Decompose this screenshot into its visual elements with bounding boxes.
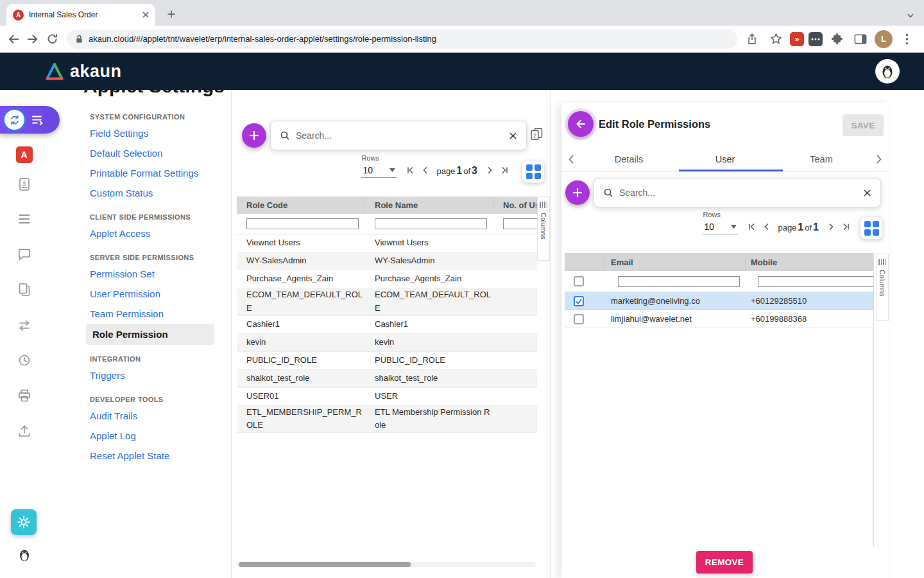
- grid-view-button[interactable]: [860, 216, 883, 240]
- select-all-checkbox[interactable]: [574, 276, 584, 286]
- profile-avatar[interactable]: L: [875, 30, 893, 48]
- rail-docs-icon[interactable]: [17, 282, 32, 300]
- prev-page-icon[interactable]: [418, 164, 432, 177]
- table-row[interactable]: Cashier1Cashier1: [237, 316, 537, 334]
- rail-transfer-icon[interactable]: [17, 318, 32, 336]
- nav-item-default-selection[interactable]: Default Selection: [90, 143, 221, 163]
- user-avatar[interactable]: [875, 59, 900, 83]
- nav-item-triggers[interactable]: Triggers: [90, 365, 221, 385]
- nav-item-applet-access[interactable]: Applet Access: [90, 223, 221, 243]
- tabs-chevron-right-icon[interactable]: [869, 154, 889, 164]
- rail-upload-icon[interactable]: [17, 423, 32, 441]
- filter-role-code-input[interactable]: [246, 218, 359, 229]
- rail-chat-icon[interactable]: [17, 247, 32, 265]
- nav-item-applet-log[interactable]: Applet Log: [90, 426, 221, 446]
- nav-item-user-permission[interactable]: User Permission: [90, 284, 221, 304]
- horizontal-scrollbar[interactable]: [237, 562, 536, 567]
- scrollbar-thumb[interactable]: [239, 562, 411, 567]
- filter-email-input[interactable]: [618, 276, 740, 287]
- user-row[interactable]: limjiahui@wavelet.net +60199888368: [565, 310, 874, 328]
- nav-item-reset-applet-state[interactable]: Reset Applet State: [90, 446, 221, 466]
- column-header-role-name[interactable]: Role Name: [365, 197, 493, 214]
- rail-invoice-icon[interactable]: $: [17, 177, 32, 195]
- rail-penguin-icon[interactable]: [17, 547, 32, 565]
- share-icon[interactable]: [742, 30, 762, 49]
- save-button[interactable]: SAVE: [843, 114, 884, 136]
- address-bar[interactable]: akaun.cloud/#/applet/tnt/wavelet/erp/int…: [67, 30, 737, 49]
- nav-item-field-settings[interactable]: Field Settings: [90, 123, 221, 143]
- table-row[interactable]: PUBLIC_ID_ROLEPUBLIC_ID_ROLE: [237, 352, 537, 370]
- next-page-icon[interactable]: [824, 220, 838, 233]
- filter-no-of-users-input[interactable]: [503, 218, 537, 229]
- reload-icon[interactable]: [42, 30, 62, 49]
- next-page-icon[interactable]: [483, 164, 497, 177]
- remove-button[interactable]: REMOVE: [696, 551, 753, 574]
- role-search-box[interactable]: [270, 121, 527, 150]
- table-row[interactable]: Purchase_Agents_ZainPurchase_Agents_Zain: [237, 270, 537, 288]
- tab-details[interactable]: Details: [581, 154, 677, 164]
- last-page-icon[interactable]: [497, 164, 511, 177]
- row-checkbox-checked[interactable]: [574, 296, 584, 306]
- rail-list-icon[interactable]: [17, 211, 32, 229]
- nav-item-printable-format[interactable]: Printable Format Settings: [90, 163, 221, 183]
- nav-item-custom-status[interactable]: Custom Status: [90, 183, 221, 203]
- new-tab-button[interactable]: [163, 6, 180, 22]
- table-row[interactable]: USER01USER: [237, 388, 537, 406]
- table-row[interactable]: kevinkevin: [237, 334, 537, 352]
- rows-per-page-select[interactable]: 10: [361, 164, 397, 178]
- forward-icon[interactable]: [23, 30, 42, 49]
- table-row[interactable]: ETL_MEMBERSHIP_PERM_ROLEETL Membership P…: [237, 406, 537, 434]
- applet-switcher-pill[interactable]: [0, 106, 60, 134]
- back-button[interactable]: [568, 111, 594, 137]
- table-row[interactable]: ECOM_TEAM_DEFAULT_ROLEECOM_TEAM_DEFAULT_…: [237, 288, 537, 316]
- tab-user[interactable]: User: [677, 154, 773, 164]
- column-header-role-code[interactable]: Role Code: [237, 197, 365, 214]
- column-header-email[interactable]: Email: [604, 253, 746, 271]
- back-icon[interactable]: [4, 30, 23, 49]
- nav-item-team-permission[interactable]: Team Permission: [90, 304, 221, 324]
- grid-view-button[interactable]: [522, 160, 545, 183]
- user-search-input[interactable]: [619, 188, 857, 198]
- sync-circle-icon[interactable]: [3, 109, 26, 131]
- sidebar-icon[interactable]: [851, 30, 870, 49]
- rows-per-page-select[interactable]: 10: [703, 220, 738, 234]
- akaun-logo[interactable]: akaun: [45, 62, 122, 82]
- clear-search-icon[interactable]: [863, 189, 871, 197]
- prev-page-icon[interactable]: [760, 220, 774, 233]
- column-chooser[interactable]: Columns: [537, 197, 550, 261]
- user-row[interactable]: marketing@oneliving.co +60129285510: [565, 292, 874, 310]
- bookmark-star-icon[interactable]: [766, 30, 785, 49]
- column-chooser[interactable]: Columns: [876, 254, 889, 321]
- tab-strip-chevron-icon[interactable]: [906, 12, 915, 19]
- tab-close-icon[interactable]: [142, 12, 149, 18]
- user-search-box[interactable]: [594, 178, 881, 207]
- playlist-icon[interactable]: [31, 114, 45, 126]
- add-role-button[interactable]: [242, 123, 266, 148]
- table-row[interactable]: Viewnet UsersViewnet Users: [237, 234, 537, 252]
- extension-dark-icon[interactable]: [809, 32, 823, 46]
- nav-item-role-permission[interactable]: Role Permission: [86, 324, 214, 345]
- rail-printer-icon[interactable]: [17, 388, 32, 406]
- role-search-input[interactable]: [296, 130, 503, 141]
- extensions-puzzle-icon[interactable]: [827, 30, 846, 49]
- tab-team[interactable]: Team: [773, 154, 869, 164]
- browser-tab[interactable]: A Internal Sales Order: [6, 4, 155, 26]
- nav-item-permission-set[interactable]: Permission Set: [90, 264, 221, 284]
- table-row[interactable]: shaikot_test_roleshaikot_test_role: [237, 370, 537, 388]
- last-page-icon[interactable]: [839, 220, 853, 233]
- table-row[interactable]: WY-SalesAdminWY-SalesAdmin: [237, 252, 537, 270]
- rail-pdf-icon[interactable]: A: [16, 146, 33, 163]
- row-checkbox-unchecked[interactable]: [574, 314, 584, 324]
- first-page-icon[interactable]: [404, 164, 418, 177]
- first-page-icon[interactable]: [745, 220, 759, 233]
- column-header-mobile[interactable]: Mobile: [746, 253, 874, 271]
- column-header-no-of-users[interactable]: No. of Us: [493, 197, 537, 214]
- tabs-chevron-left-icon[interactable]: [561, 154, 581, 164]
- pages-icon[interactable]: 2: [530, 127, 543, 141]
- menu-dots-icon[interactable]: [897, 30, 916, 49]
- rail-history-icon[interactable]: [17, 353, 32, 371]
- settings-gear-button[interactable]: [11, 509, 37, 535]
- filter-mobile-input[interactable]: [758, 276, 874, 287]
- add-user-button[interactable]: [565, 180, 590, 205]
- clear-search-icon[interactable]: [509, 132, 517, 140]
